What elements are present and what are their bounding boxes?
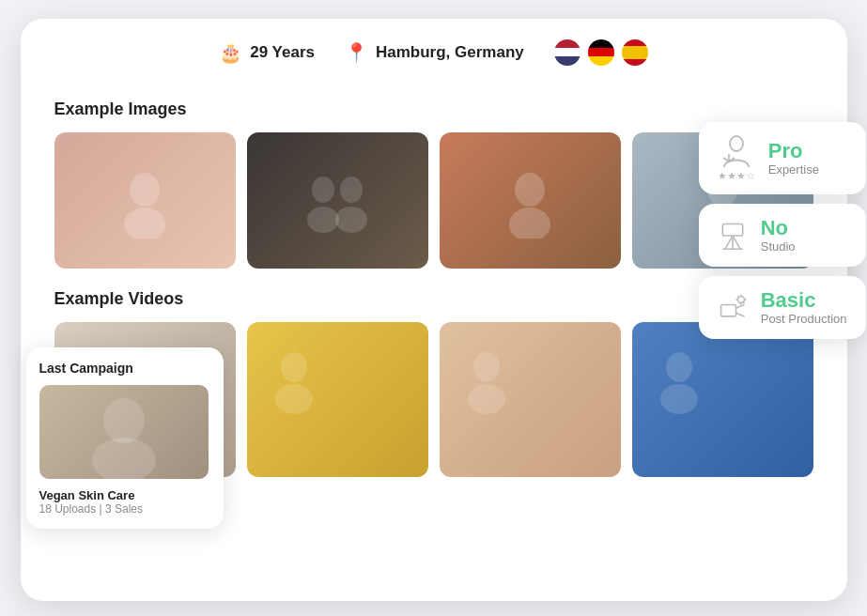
example-videos-grid: Last Campaign Vegan Skin Care 18 Uploads… <box>54 322 813 477</box>
post-production-card: Basic Post Production <box>699 276 866 339</box>
svg-line-37 <box>737 296 738 297</box>
svg-rect-29 <box>720 304 735 316</box>
side-cards-panel: ★★★☆ Pro Expertise No Stud <box>699 122 866 339</box>
example-image-1[interactable] <box>54 132 236 269</box>
example-image-2[interactable] <box>247 132 428 269</box>
post-production-text: Basic Post Production <box>761 289 847 326</box>
studio-card: No Studio <box>699 204 866 267</box>
expertise-card: ★★★☆ Pro Expertise <box>699 122 866 194</box>
germany-flag <box>588 39 614 66</box>
profile-info-bar: 🎂 29 Years 📍 Hamburg, Germany <box>21 19 847 83</box>
post-production-label: Basic <box>761 289 847 312</box>
svg-point-16 <box>666 352 692 382</box>
location-label: Hamburg, Germany <box>376 43 524 62</box>
svg-point-0 <box>130 173 160 207</box>
location-icon: 📍 <box>345 41 368 64</box>
birthday-icon: 🎂 <box>219 41 242 64</box>
svg-line-31 <box>735 313 744 316</box>
campaign-card: Last Campaign Vegan Skin Care 18 Uploads… <box>26 347 224 529</box>
age-info: 🎂 29 Years <box>219 41 315 64</box>
example-video-3[interactable] <box>440 322 621 477</box>
age-label: 29 Years <box>250 43 315 62</box>
production-icon <box>718 291 748 325</box>
spain-flag <box>622 39 648 66</box>
usa-flag <box>554 39 581 66</box>
svg-point-3 <box>307 207 339 233</box>
studio-text: No Studio <box>761 217 796 254</box>
example-image-3[interactable] <box>440 132 621 269</box>
svg-point-17 <box>660 384 698 414</box>
expertise-stars: ★★★☆ <box>718 171 755 181</box>
svg-line-23 <box>723 158 729 162</box>
svg-point-2 <box>312 177 334 203</box>
svg-point-14 <box>473 352 500 382</box>
location-info: 📍 Hamburg, Germany <box>345 41 524 64</box>
example-video-2[interactable] <box>247 322 428 477</box>
svg-rect-24 <box>722 223 742 235</box>
svg-point-12 <box>281 352 307 382</box>
svg-line-38 <box>742 302 744 303</box>
svg-point-6 <box>515 173 545 207</box>
images-section-title: Example Images <box>54 100 813 119</box>
svg-point-20 <box>730 136 743 151</box>
expertise-sublabel: Expertise <box>768 162 819 177</box>
svg-point-19 <box>92 438 156 479</box>
svg-point-7 <box>509 208 550 239</box>
studio-icon <box>718 219 748 253</box>
svg-point-18 <box>103 398 145 443</box>
main-card: 🎂 29 Years 📍 Hamburg, Germany Example Im… <box>21 19 847 601</box>
studio-label: No <box>761 217 796 239</box>
svg-line-26 <box>733 236 740 249</box>
campaign-image <box>39 385 209 479</box>
svg-point-1 <box>124 208 165 239</box>
expertise-label: Pro <box>768 140 819 162</box>
studio-sublabel: Studio <box>761 239 796 254</box>
svg-point-4 <box>340 177 363 203</box>
post-production-sublabel: Post Production <box>761 312 847 326</box>
language-flags <box>554 39 648 66</box>
expertise-text: Pro Expertise <box>768 140 819 177</box>
campaign-card-title: Last Campaign <box>39 361 209 376</box>
svg-point-13 <box>275 384 313 414</box>
svg-line-30 <box>735 304 744 308</box>
example-video-4[interactable] <box>632 322 813 477</box>
svg-point-15 <box>468 384 505 414</box>
campaign-name: Vegan Skin Care <box>39 488 209 502</box>
person-star-icon: ★★★☆ <box>718 135 755 181</box>
campaign-stats: 18 Uploads | 3 Sales <box>39 502 209 516</box>
svg-point-5 <box>335 207 367 233</box>
svg-line-25 <box>725 236 733 249</box>
